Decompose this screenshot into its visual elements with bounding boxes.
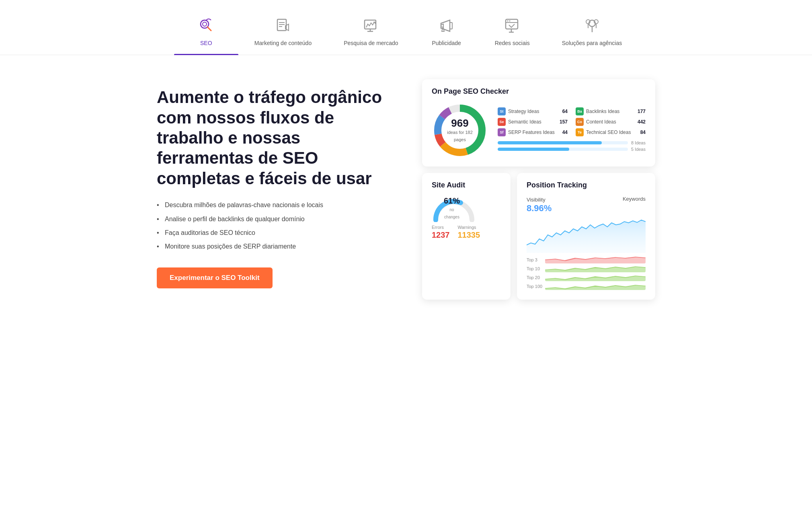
gauge-sub: no changes	[444, 208, 459, 219]
idea-badge: Se	[498, 118, 506, 126]
kw-sparkline	[545, 256, 646, 263]
idea-label: SERP Features Ideas	[508, 130, 560, 135]
keywords-label: Keywords	[623, 196, 646, 214]
idea-badge: Te	[576, 128, 584, 136]
progress-bar-fill	[498, 141, 602, 144]
position-tracking-title: Position Tracking	[527, 181, 646, 189]
solucoes-icon	[582, 16, 602, 35]
tab-redes[interactable]: Redes sociais	[479, 12, 546, 55]
bullet-list: Descubra milhões de palavras-chave nacio…	[157, 201, 398, 251]
kw-label: Top 100	[527, 284, 543, 289]
seo-checker-title: On Page SEO Checker	[432, 87, 646, 96]
visibility-label: Visibility	[527, 197, 545, 203]
idea-count: 177	[638, 109, 646, 114]
tab-marketing[interactable]: Marketing de conteúdo	[238, 12, 328, 55]
gauge-chart: 61% no changes	[432, 196, 472, 220]
tracking-chart	[527, 217, 646, 253]
tab-publicidade[interactable]: Publicidade	[414, 12, 479, 55]
tab-label-redes: Redes sociais	[495, 39, 530, 47]
kw-sparkline	[545, 274, 646, 281]
seo-checker-widget: On Page SEO Checker	[422, 79, 655, 167]
progress-bar-fill	[498, 148, 569, 151]
kw-row: Top 20	[527, 274, 646, 281]
kw-row: Top 10	[527, 265, 646, 272]
progress-row: 8 Ideas	[498, 140, 646, 145]
idea-label: Backlinks Ideas	[586, 109, 635, 114]
idea-label: Content Ideas	[586, 119, 635, 125]
svg-point-14	[509, 21, 511, 22]
keyword-rows: Top 3 Top 10 Top 20 Top 100	[527, 256, 646, 290]
tracking-chart-svg	[527, 217, 646, 253]
progress-label: 8 Ideas	[631, 140, 646, 145]
bottom-row: Site Audit 61% no changes	[422, 173, 655, 300]
svg-rect-10	[450, 23, 452, 29]
position-tracking-widget: Position Tracking Visibility 8.96% Keywo…	[517, 173, 655, 300]
kw-row: Top 100	[527, 283, 646, 290]
sparkline-svg	[545, 265, 646, 272]
progress-bar-bg	[498, 141, 628, 144]
gauge-container: 61% no changes	[432, 196, 501, 220]
errors-value: 1237	[432, 230, 450, 239]
sparkline-svg	[545, 274, 646, 281]
tab-solucoes[interactable]: Soluções para agências	[546, 12, 638, 55]
bullet-item: Descubra milhões de palavras-chave nacio…	[157, 201, 398, 210]
idea-label: Strategy Ideas	[508, 109, 560, 114]
progress-bar-bg	[498, 148, 628, 151]
idea-row: St Strategy Ideas 64	[498, 107, 568, 115]
errors-label: Errors	[432, 225, 450, 230]
marketing-icon	[273, 16, 293, 35]
visibility-section: Visibility 8.96%	[527, 196, 552, 214]
warnings-label: Warnings	[458, 225, 480, 230]
publicidade-icon	[437, 16, 456, 35]
bullet-item: Faça auditorias de SEO técnico	[157, 228, 398, 237]
warnings-stat: Warnings 11335	[458, 225, 480, 240]
site-audit-title: Site Audit	[432, 181, 501, 189]
sparkline-svg	[545, 256, 646, 263]
tab-label-seo: SEO	[200, 39, 212, 47]
idea-row: Te Technical SEO Ideas 84	[576, 128, 646, 136]
progress-row: 5 Ideas	[498, 147, 646, 152]
errors-stat: Errors 1237	[432, 225, 450, 240]
warnings-value: 11335	[458, 230, 480, 239]
idea-count: 157	[560, 119, 568, 125]
kw-label: Top 10	[527, 266, 543, 271]
idea-row: Se Semantic Ideas 157	[498, 118, 568, 126]
redes-icon	[502, 16, 522, 35]
ideas-grid: St Strategy Ideas 64 Ba Backlinks Ideas …	[498, 107, 646, 136]
visibility-value: 8.96%	[527, 203, 552, 214]
idea-count: 44	[562, 130, 568, 135]
idea-badge: St	[498, 107, 506, 115]
idea-label: Technical SEO Ideas	[586, 130, 638, 135]
kw-sparkline	[545, 265, 646, 272]
idea-row: Co Content Ideas 442	[576, 118, 646, 126]
gauge-pct: 61%	[442, 196, 462, 206]
idea-count: 84	[640, 130, 646, 135]
svg-line-1	[207, 27, 211, 31]
tab-label-marketing: Marketing de conteúdo	[254, 39, 312, 47]
nav-tabs: SEO Marketing de conteúdo Pesquisa de me…	[0, 0, 812, 55]
svg-point-13	[507, 21, 509, 22]
hero-section: Aumente o tráfego orgânico com nossos fl…	[157, 79, 398, 288]
tab-pesquisa[interactable]: Pesquisa de mercado	[328, 12, 414, 55]
kw-sparkline	[545, 283, 646, 290]
bullet-item: Analise o perfil de backlinks de qualque…	[157, 215, 398, 224]
idea-label: Semantic Ideas	[508, 119, 557, 125]
progress-bars: 8 Ideas 5 Ideas	[498, 140, 646, 152]
idea-badge: Co	[576, 118, 584, 126]
tab-label-pesquisa: Pesquisa de mercado	[344, 39, 398, 47]
idea-row: Sf SERP Features Ideas 44	[498, 128, 568, 136]
tab-label-solucoes: Soluções para agências	[562, 39, 622, 47]
kw-label: Top 20	[527, 275, 543, 280]
idea-row: Ba Backlinks Ideas 177	[576, 107, 646, 115]
audit-stats: Errors 1237 Warnings 11335	[432, 225, 501, 240]
tab-seo[interactable]: SEO	[174, 12, 238, 55]
svg-point-2	[203, 22, 207, 26]
idea-badge: Ba	[576, 107, 584, 115]
kw-label: Top 3	[527, 257, 543, 262]
donut-chart: 969 ideas for 182 pages	[432, 102, 488, 158]
idea-count: 64	[562, 109, 568, 114]
cta-button[interactable]: Experimentar o SEO Toolkit	[157, 267, 273, 288]
seo-icon	[197, 16, 216, 35]
pesquisa-icon	[361, 16, 381, 35]
dashboard-widgets: On Page SEO Checker	[422, 79, 655, 300]
